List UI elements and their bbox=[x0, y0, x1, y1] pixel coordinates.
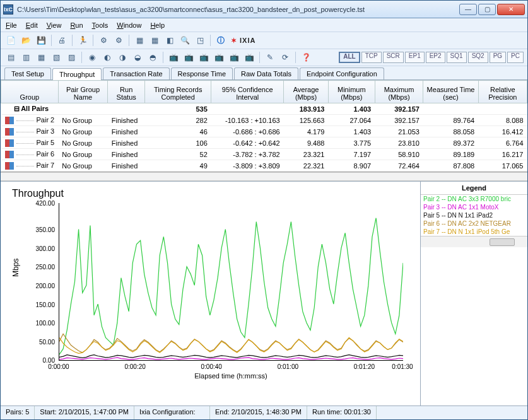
filter-pg[interactable]: PG bbox=[490, 52, 506, 63]
run-icon[interactable]: 🏃 bbox=[76, 34, 89, 47]
info-icon[interactable]: ⓘ bbox=[214, 34, 227, 47]
menu-view[interactable]: View bbox=[47, 21, 62, 29]
t2-13-icon[interactable]: 📺 bbox=[197, 51, 210, 64]
table-row[interactable]: Pair 2No GroupFinished282-10.163 : +10.1… bbox=[1, 115, 527, 126]
menu-help[interactable]: Help bbox=[150, 21, 165, 29]
t2-3-icon[interactable]: ▦ bbox=[35, 51, 47, 64]
t2-16-icon[interactable]: 📺 bbox=[243, 51, 255, 64]
new-icon[interactable]: 📄 bbox=[4, 34, 17, 47]
t2-18-icon[interactable]: ⟳ bbox=[279, 51, 291, 64]
menu-run[interactable]: Run bbox=[70, 21, 83, 29]
pair-icon bbox=[5, 151, 14, 158]
t2-19-icon[interactable]: ❓ bbox=[300, 51, 312, 64]
col-header[interactable]: Relative Precision bbox=[478, 81, 527, 103]
tab-bar: Test SetupThroughputTransaction RateResp… bbox=[1, 66, 527, 80]
tab-raw-data-totals[interactable]: Raw Data Totals bbox=[234, 67, 298, 79]
statusbar: Pairs: 5 Start: 2/10/2015, 1:47:00 PM Ix… bbox=[1, 405, 527, 419]
x-tick: 0:01:30 bbox=[392, 363, 413, 370]
table-row[interactable]: Pair 7No GroupFinished49-3.809 : +3.8092… bbox=[1, 160, 527, 172]
filter-scr[interactable]: SCR bbox=[383, 52, 404, 63]
tab-endpoint-configuration[interactable]: Endpoint Configuration bbox=[300, 67, 384, 79]
filter-pc[interactable]: PC bbox=[507, 52, 524, 63]
col-header[interactable]: Pair Group Name bbox=[58, 81, 108, 103]
titlebar: IxC C:\Users\Tim\Desktop\wlan_tests\asus… bbox=[1, 1, 527, 18]
legend-item[interactable]: Pair 3 -- DN AC 1x1 MotoX bbox=[421, 203, 527, 211]
close-button[interactable]: ✕ bbox=[497, 4, 525, 15]
legend-item[interactable]: Pair 7 -- DN N 1x1 iPod 5th Ge bbox=[421, 228, 527, 236]
tool4-icon[interactable]: 🔍 bbox=[179, 34, 191, 47]
maximize-button[interactable]: ▢ bbox=[478, 4, 496, 15]
menu-file[interactable]: FFileile bbox=[6, 21, 17, 29]
pair-icon bbox=[5, 117, 14, 124]
filter-ep1[interactable]: EP1 bbox=[405, 52, 425, 63]
t2-5-icon[interactable]: ▨ bbox=[65, 51, 78, 64]
table-row[interactable]: Pair 5No GroupFinished106-0.642 : +0.642… bbox=[1, 137, 527, 149]
col-header[interactable]: Group bbox=[1, 81, 59, 103]
t2-10-icon[interactable]: ◓ bbox=[146, 51, 159, 64]
t2-15-icon[interactable]: 📺 bbox=[228, 51, 240, 64]
filter-ep2[interactable]: EP2 bbox=[426, 52, 445, 63]
col-header[interactable]: 95% Confidence Interval bbox=[211, 81, 284, 103]
legend-item[interactable]: Pair 5 -- DN N 1x1 iPad2 bbox=[421, 211, 527, 219]
legend-scrollbar[interactable] bbox=[421, 236, 527, 247]
menu-tools[interactable]: Tools bbox=[92, 21, 109, 29]
t2-6-icon[interactable]: ◉ bbox=[86, 51, 98, 64]
tool3-icon[interactable]: ◧ bbox=[163, 34, 176, 47]
menu-edit[interactable]: Edit bbox=[26, 21, 38, 29]
status-runtime: Run time: 00:01:30 bbox=[307, 406, 377, 419]
tool1-icon[interactable]: ▦ bbox=[133, 34, 146, 47]
t2-8-icon[interactable]: ◑ bbox=[116, 51, 129, 64]
series-pair-3 bbox=[59, 358, 403, 359]
filter-sq1[interactable]: SQ1 bbox=[447, 52, 467, 63]
legend-item[interactable]: Pair 6 -- DN AC 2x2 NETGEAR bbox=[421, 219, 527, 228]
tool2-icon[interactable]: ▦ bbox=[148, 34, 161, 47]
tab-test-setup[interactable]: Test Setup bbox=[4, 67, 51, 79]
pair-icon bbox=[5, 139, 14, 147]
filter-sq2[interactable]: SQ2 bbox=[468, 52, 488, 63]
print-icon[interactable]: 🖨 bbox=[56, 34, 68, 47]
grid-scrollbar[interactable] bbox=[1, 172, 527, 181]
row-all-pairs[interactable]: ⊟ All Pairs535183.9131.403392.157 bbox=[1, 103, 527, 115]
col-header[interactable]: Maximum (Mbps) bbox=[375, 81, 423, 103]
t2-4-icon[interactable]: ▧ bbox=[50, 51, 62, 64]
save-icon[interactable]: 💾 bbox=[35, 34, 47, 47]
t2-11-icon[interactable]: 📺 bbox=[167, 51, 180, 64]
tab-transaction-rate[interactable]: Transaction Rate bbox=[103, 67, 169, 79]
tab-response-time[interactable]: Response Time bbox=[171, 67, 233, 79]
t2-9-icon[interactable]: ◒ bbox=[131, 51, 144, 64]
t2-12-icon[interactable]: 📺 bbox=[182, 51, 195, 64]
filter-tcp[interactable]: TCP bbox=[361, 52, 382, 63]
y-tick: 150.00 bbox=[35, 301, 55, 308]
toolbar-row-1: 📄 📂 💾 🖨 🏃 ⚙ ⚙ ▦ ▦ ◧ 🔍 ◳ ⓘ ✶ IXIA bbox=[1, 32, 527, 49]
main-content: GroupPair Group NameRun StatusTiming Rec… bbox=[1, 80, 527, 405]
status-pairs: Pairs: 5 bbox=[1, 406, 35, 419]
legend-item[interactable]: Pair 2 -- DN AC 3x3 R7000 bric bbox=[421, 195, 527, 203]
col-header[interactable]: Measured Time (sec) bbox=[423, 81, 478, 103]
tab-throughput[interactable]: Throughput bbox=[52, 68, 102, 80]
t2-14-icon[interactable]: 📺 bbox=[213, 51, 225, 64]
gear-icon[interactable]: ⚙ bbox=[97, 34, 110, 47]
app-icon: IxC bbox=[3, 4, 13, 15]
t2-7-icon[interactable]: ◐ bbox=[101, 51, 114, 64]
table-row[interactable]: Pair 6No GroupFinished52-3.782 : +3.7822… bbox=[1, 149, 527, 160]
filter-all[interactable]: ALL bbox=[339, 52, 360, 63]
col-header[interactable]: Minimum (Mbps) bbox=[328, 81, 375, 103]
gear2-icon[interactable]: ⚙ bbox=[112, 34, 125, 47]
t2-1-icon[interactable]: ▤ bbox=[4, 51, 17, 64]
table-row[interactable]: Pair 3No GroupFinished46-0.686 : +0.6864… bbox=[1, 126, 527, 137]
menu-window[interactable]: Window bbox=[117, 21, 141, 29]
y-tick: 420.00 bbox=[35, 200, 55, 207]
x-axis-title: Elapsed time (h:mm:ss) bbox=[194, 372, 267, 380]
status-end: End: 2/10/2015, 1:48:30 PM bbox=[210, 406, 307, 419]
t2-17-icon[interactable]: ✎ bbox=[264, 51, 276, 64]
y-tick: 0.00 bbox=[43, 357, 55, 364]
col-header[interactable]: Run Status bbox=[108, 81, 145, 103]
results-grid: GroupPair Group NameRun StatusTiming Rec… bbox=[1, 80, 527, 172]
minimize-button[interactable]: — bbox=[459, 4, 477, 15]
col-header[interactable]: Timing Records Completed bbox=[145, 81, 211, 103]
tool5-icon[interactable]: ◳ bbox=[194, 34, 206, 47]
app-window: IxC C:\Users\Tim\Desktop\wlan_tests\asus… bbox=[0, 0, 528, 420]
t2-2-icon[interactable]: ▥ bbox=[20, 51, 32, 64]
col-header[interactable]: Average (Mbps) bbox=[284, 81, 329, 103]
open-icon[interactable]: 📂 bbox=[20, 34, 32, 47]
